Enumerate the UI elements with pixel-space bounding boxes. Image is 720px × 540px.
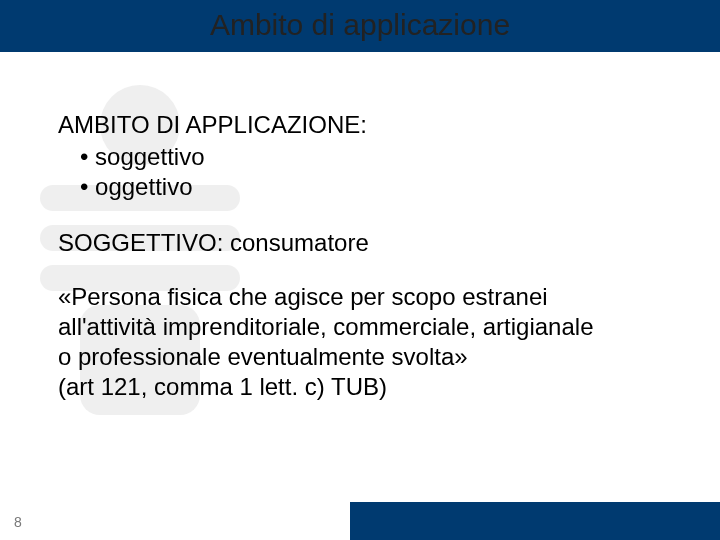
bullet-item: oggettivo xyxy=(80,172,648,202)
quote-line: o professionale eventualmente svolta» xyxy=(58,342,648,372)
slide-title: Ambito di applicazione xyxy=(0,8,720,42)
sub-heading: SOGGETTIVO: consumatore xyxy=(58,228,648,258)
section-heading: AMBITO DI APPLICAZIONE: xyxy=(58,110,648,140)
slide: Ambito di applicazione AMBITO DI APPLICA… xyxy=(0,0,720,540)
quote-line: «Persona fisica che agisce per scopo est… xyxy=(58,282,648,312)
citation: (art 121, comma 1 lett. c) TUB) xyxy=(58,372,648,402)
page-number: 8 xyxy=(14,514,22,530)
bullet-item: soggettivo xyxy=(80,142,648,172)
footer-bar xyxy=(350,502,720,540)
body-content: AMBITO DI APPLICAZIONE: soggettivo ogget… xyxy=(58,110,648,402)
bullet-list: soggettivo oggettivo xyxy=(80,142,648,202)
quote-line: all'attività imprenditoriale, commercial… xyxy=(58,312,648,342)
